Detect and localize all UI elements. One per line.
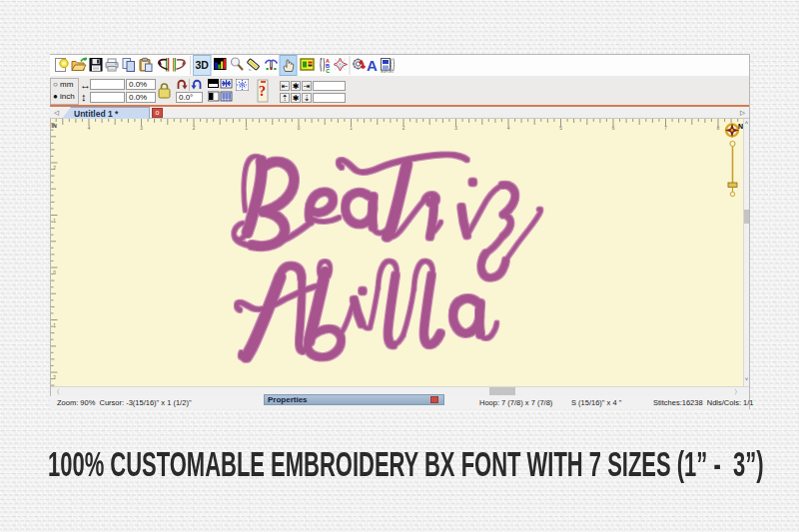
svg-text:2: 2 — [53, 166, 56, 171]
svg-text:3D: 3D — [195, 59, 209, 71]
svg-text:2: 2 — [53, 375, 56, 380]
svg-text:EXPORT: EXPORT — [382, 70, 395, 74]
svg-text:A: A — [367, 57, 378, 74]
svg-text:3: 3 — [454, 126, 457, 131]
svg-text:5: 5 — [559, 126, 562, 131]
svg-text:0: 0 — [298, 126, 301, 131]
svg-text:4: 4 — [88, 126, 91, 131]
svg-text:1: 1 — [350, 126, 353, 131]
svg-text:2: 2 — [193, 126, 196, 131]
svg-text:C: C — [326, 68, 330, 74]
svg-text:4: 4 — [507, 126, 510, 131]
svg-text:1: 1 — [53, 323, 56, 328]
svg-text:2: 2 — [402, 126, 405, 131]
svg-text:1: 1 — [245, 126, 248, 131]
svg-text:?: ? — [259, 84, 266, 99]
svg-text:1: 1 — [53, 219, 56, 224]
svg-text:8: 8 — [717, 126, 720, 131]
svg-text:0: 0 — [53, 270, 56, 275]
svg-text:6: 6 — [612, 126, 615, 131]
svg-text:IN: IN — [52, 123, 57, 129]
svg-text:3: 3 — [140, 126, 143, 131]
svg-text:7: 7 — [664, 126, 667, 131]
